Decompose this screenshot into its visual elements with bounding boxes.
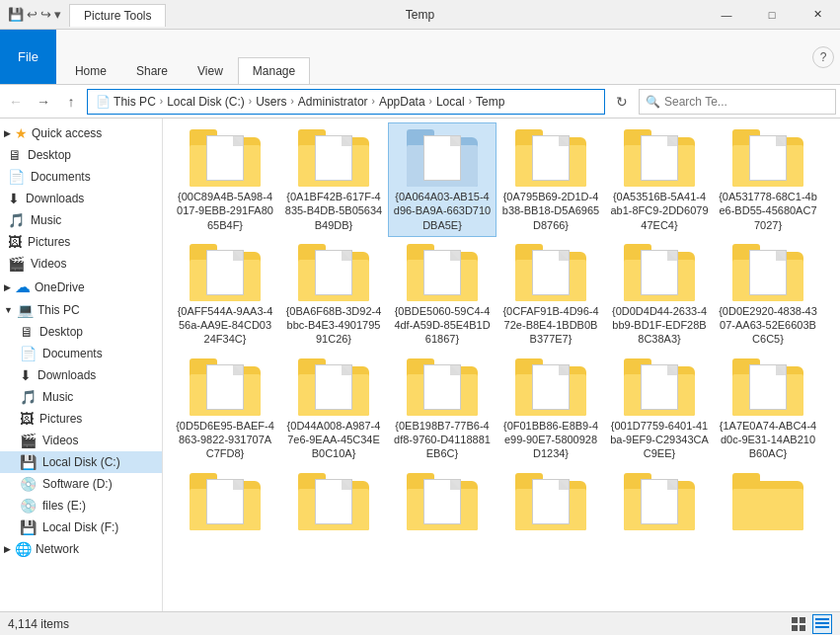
- tab-share[interactable]: Share: [121, 57, 183, 84]
- tab-manage[interactable]: Manage: [238, 57, 310, 84]
- maximize-button[interactable]: □: [749, 0, 795, 30]
- sidebar-item-documents2[interactable]: 📄 Documents: [0, 343, 162, 364]
- file-name: {0BA6F68B-3D92-4bbc-B4E3-490179591C26}: [284, 304, 383, 347]
- file-item[interactable]: {0D0E2920-4838-4307-AA63-52E6603BC6C5}: [714, 237, 822, 352]
- search-box[interactable]: 🔍: [639, 89, 836, 115]
- file-item[interactable]: {0BA6F68B-3D92-4bbc-B4E3-490179591C26}: [279, 237, 388, 352]
- sidebar-item-documents[interactable]: 📄 Documents: [0, 166, 162, 188]
- sidebar-item-local-c[interactable]: 💾 Local Disk (C:): [0, 451, 162, 473]
- sidebar-item-desktop[interactable]: 🖥 Desktop: [0, 144, 162, 166]
- save-icon[interactable]: 💾: [8, 7, 24, 22]
- sidebar-group-onedrive[interactable]: ▶ ☁ OneDrive: [0, 275, 162, 299]
- file-item[interactable]: [496, 466, 605, 560]
- file-item[interactable]: {0AFF544A-9AA3-456a-AA9E-84CD0324F34C}: [171, 237, 279, 352]
- file-item[interactable]: {0CFAF91B-4D96-472e-B8E4-1BDB0BB377E7}: [496, 237, 605, 352]
- quick-access-label: Quick access: [32, 126, 102, 140]
- back-button[interactable]: ←: [4, 90, 28, 114]
- file-item[interactable]: [171, 466, 279, 560]
- undo-icon[interactable]: ↩: [27, 7, 38, 22]
- crumb-local-disk[interactable]: Local Disk (C:): [167, 95, 245, 109]
- crumb-administrator[interactable]: Administrator: [298, 95, 368, 109]
- search-input[interactable]: [664, 95, 802, 109]
- file-item[interactable]: {0A531778-68C1-4be6-BD55-45680AC77027}: [714, 122, 822, 237]
- tab-view[interactable]: View: [183, 57, 238, 84]
- sidebar-item-downloads2[interactable]: ⬇ Downloads: [0, 364, 162, 386]
- file-item[interactable]: {00C89A4B-5A98-4017-9EBB-291FA8065B4F}: [171, 122, 279, 237]
- file-name: {0EB198B7-77B6-4df8-9760-D4118881EB6C}: [393, 419, 492, 461]
- sidebar-group-network[interactable]: ▶ 🌐 Network: [0, 538, 162, 560]
- folder-icon: [624, 244, 695, 301]
- file-name: {0D0D4D44-2633-4bb9-BD1F-EDF28B8C38A3}: [610, 304, 709, 347]
- file-item[interactable]: {0BDE5060-59C4-44df-A59D-85E4B1D61867}: [388, 237, 496, 352]
- star-icon: ★: [15, 125, 28, 141]
- close-button[interactable]: ✕: [795, 0, 840, 30]
- refresh-button[interactable]: ↻: [609, 89, 635, 115]
- folder-icon: [407, 473, 478, 530]
- sidebar-item-videos2[interactable]: 🎬 Videos: [0, 430, 162, 451]
- file-item[interactable]: {0D0D4D44-2633-4bb9-BD1F-EDF28B8C38A3}: [605, 237, 714, 352]
- address-box[interactable]: 📄 This PC › Local Disk (C:) › Users › Ad…: [87, 89, 605, 115]
- sidebar-item-music[interactable]: 🎵 Music: [0, 209, 162, 231]
- sidebar-item-local-f[interactable]: 💾 Local Disk (F:): [0, 516, 162, 538]
- sidebar-item-desktop2[interactable]: 🖥 Desktop: [0, 321, 162, 343]
- ribbon-tabs: Home Share View Manage: [56, 30, 806, 84]
- sidebar-group-quick-access[interactable]: ▶ ★ Quick access: [0, 122, 162, 144]
- pictures-icon: 🖼: [8, 234, 22, 250]
- sidebar: ▶ ★ Quick access 🖥 Desktop 📄 Documents ⬇…: [0, 119, 163, 611]
- help-button[interactable]: ?: [812, 46, 834, 68]
- file-item[interactable]: {0F01BB86-E8B9-4e99-90E7-5800928D1234}: [496, 352, 605, 466]
- file-button[interactable]: File: [0, 30, 56, 84]
- folder-icon: [298, 473, 369, 530]
- sidebar-item-pictures2[interactable]: 🖼 Pictures: [0, 408, 162, 430]
- folder-icon: [732, 473, 803, 530]
- file-item[interactable]: {0D5D6E95-BAEF-4863-9822-931707AC7FD8}: [171, 352, 279, 466]
- crumb-appdata[interactable]: AppData: [379, 95, 425, 109]
- file-name: {001D7759-6401-41ba-9EF9-C29343CAC9EE}: [610, 419, 709, 461]
- file-item[interactable]: {0EB198B7-77B6-4df8-9760-D4118881EB6C}: [388, 352, 496, 466]
- status-right: [789, 614, 832, 634]
- folder-icon: [732, 244, 803, 301]
- ribbon: File Home Share View Manage ?: [0, 30, 840, 85]
- crumb-local[interactable]: Local: [436, 95, 465, 109]
- file-item[interactable]: [714, 466, 822, 560]
- redo-icon[interactable]: ↪: [40, 7, 51, 22]
- file-item[interactable]: {0A53516B-5A41-4ab1-8FC9-2DD607947EC4}: [605, 122, 714, 237]
- folder-icon: [298, 244, 369, 301]
- large-icons-view-button[interactable]: [789, 614, 808, 634]
- file-item[interactable]: {1A7E0A74-ABC4-4d0c-9E31-14AB210B60AC}: [714, 352, 822, 466]
- svg-rect-4: [815, 618, 829, 620]
- file-name: {0D0E2920-4838-4307-AA63-52E6603BC6C5}: [719, 304, 817, 347]
- file-item[interactable]: {0D44A008-A987-47e6-9EAA-45C34EB0C10A}: [279, 352, 388, 466]
- up-button[interactable]: ↑: [59, 90, 83, 114]
- picture-tools-tab[interactable]: Picture Tools: [69, 4, 166, 27]
- sidebar-item-pictures[interactable]: 🖼 Pictures: [0, 231, 162, 253]
- dropdown-arrow[interactable]: ▾: [54, 7, 61, 22]
- file-item[interactable]: {0A795B69-2D1D-4b38-BB18-D5A6965D8766}: [496, 122, 605, 237]
- file-item[interactable]: [388, 466, 496, 560]
- crumb-temp[interactable]: Temp: [476, 95, 504, 109]
- sidebar-item-files-e[interactable]: 💿 files (E:): [0, 495, 162, 516]
- desktop-icon: 🖥: [8, 147, 22, 163]
- file-item-selected[interactable]: {0A064A03-AB15-4d96-BA9A-663D710DBA5E}: [388, 122, 496, 237]
- file-item[interactable]: {001D7759-6401-41ba-9EF9-C29343CAC9EE}: [605, 352, 714, 466]
- sidebar-item-videos[interactable]: 🎬 Videos: [0, 253, 162, 275]
- details-view-button[interactable]: [812, 614, 832, 634]
- folder-icon: [407, 358, 478, 416]
- file-item[interactable]: [605, 466, 714, 560]
- crumb-this-pc[interactable]: 📄 This PC: [96, 95, 156, 109]
- folder-icon: [190, 244, 261, 301]
- file-item[interactable]: {0A1BF42B-617F-4835-B4DB-5B05634B49DB}: [279, 122, 388, 237]
- sidebar-item-music2[interactable]: 🎵 Music: [0, 386, 162, 408]
- crumb-users[interactable]: Users: [256, 95, 286, 109]
- sidebar-item-downloads[interactable]: ⬇ Downloads: [0, 188, 162, 209]
- file-name: {0F01BB86-E8B9-4e99-90E7-5800928D1234}: [501, 419, 600, 461]
- forward-button[interactable]: →: [32, 90, 55, 114]
- folder-icon: [732, 358, 803, 416]
- file-name: {0CFAF91B-4D96-472e-B8E4-1BDB0BB377E7}: [501, 304, 600, 347]
- file-item[interactable]: [279, 466, 388, 560]
- tab-home[interactable]: Home: [60, 57, 121, 84]
- files-area: {00C89A4B-5A98-4017-9EBB-291FA8065B4F} {…: [163, 119, 840, 611]
- sidebar-item-software-d[interactable]: 💿 Software (D:): [0, 473, 162, 495]
- sidebar-group-this-pc[interactable]: ▼ 💻 This PC: [0, 299, 162, 321]
- minimize-button[interactable]: —: [704, 0, 749, 30]
